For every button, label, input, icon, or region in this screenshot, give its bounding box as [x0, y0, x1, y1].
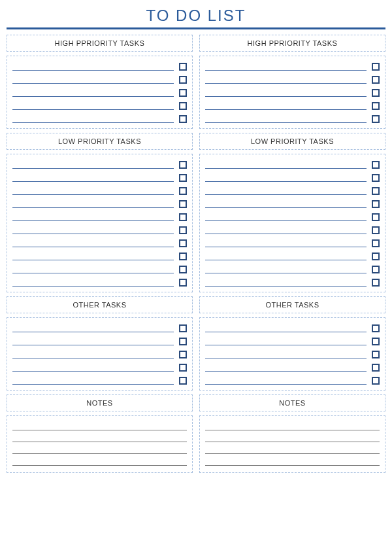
notes-body: [199, 415, 385, 473]
checkbox-icon[interactable]: [372, 174, 380, 182]
checkbox-icon[interactable]: [179, 226, 187, 234]
notes-line[interactable]: [12, 423, 187, 430]
checkbox-icon[interactable]: [179, 253, 187, 260]
task-line[interactable]: [205, 89, 367, 97]
task-row: [205, 213, 380, 221]
high-priority-body: [199, 56, 385, 129]
checkbox-icon[interactable]: [179, 377, 187, 385]
checkbox-icon[interactable]: [179, 174, 187, 182]
checkbox-icon[interactable]: [179, 187, 187, 195]
task-line[interactable]: [12, 253, 174, 260]
checkbox-icon[interactable]: [179, 364, 187, 372]
task-line[interactable]: [205, 351, 367, 358]
task-row: [12, 226, 187, 234]
task-line[interactable]: [205, 324, 367, 332]
task-line[interactable]: [205, 226, 367, 234]
task-line[interactable]: [205, 338, 367, 345]
high-priority-header: HIGH PPRIORITY TASKS: [7, 35, 193, 52]
task-line[interactable]: [205, 239, 367, 247]
checkbox-icon[interactable]: [179, 351, 187, 358]
task-line[interactable]: [12, 266, 174, 273]
task-line[interactable]: [205, 76, 367, 84]
task-row: [205, 226, 380, 234]
checkbox-icon[interactable]: [372, 253, 380, 260]
task-line[interactable]: [205, 364, 367, 372]
checkbox-icon[interactable]: [179, 279, 187, 287]
task-line[interactable]: [205, 63, 367, 71]
checkbox-icon[interactable]: [372, 115, 380, 123]
task-line[interactable]: [205, 279, 367, 287]
task-line[interactable]: [12, 338, 174, 345]
task-line[interactable]: [12, 76, 174, 84]
checkbox-icon[interactable]: [372, 324, 380, 332]
checkbox-icon[interactable]: [372, 279, 380, 287]
checkbox-icon[interactable]: [372, 76, 380, 84]
checkbox-icon[interactable]: [372, 239, 380, 247]
checkbox-icon[interactable]: [179, 63, 187, 71]
notes-line[interactable]: [12, 458, 187, 466]
checkbox-icon[interactable]: [179, 338, 187, 345]
checkbox-icon[interactable]: [372, 338, 380, 345]
task-line[interactable]: [12, 102, 174, 110]
task-line[interactable]: [12, 279, 174, 287]
task-line[interactable]: [205, 200, 367, 208]
task-line[interactable]: [205, 377, 367, 385]
notes-line[interactable]: [12, 434, 187, 442]
checkbox-icon[interactable]: [179, 76, 187, 84]
task-line[interactable]: [12, 364, 174, 372]
task-line[interactable]: [12, 174, 174, 182]
task-line[interactable]: [12, 351, 174, 358]
checkbox-icon[interactable]: [179, 324, 187, 332]
task-line[interactable]: [12, 226, 174, 234]
task-row: [12, 324, 187, 332]
task-line[interactable]: [12, 187, 174, 195]
task-line[interactable]: [12, 324, 174, 332]
checkbox-icon[interactable]: [179, 200, 187, 208]
checkbox-icon[interactable]: [372, 213, 380, 221]
task-line[interactable]: [205, 102, 367, 110]
checkbox-icon[interactable]: [179, 102, 187, 110]
task-line[interactable]: [12, 89, 174, 97]
checkbox-icon[interactable]: [372, 161, 380, 169]
checkbox-icon[interactable]: [372, 351, 380, 358]
notes-line[interactable]: [205, 446, 380, 454]
checkbox-icon[interactable]: [372, 187, 380, 195]
task-line[interactable]: [205, 161, 367, 169]
checkbox-icon[interactable]: [372, 89, 380, 97]
task-line[interactable]: [12, 115, 174, 123]
task-row: [12, 115, 187, 123]
task-line[interactable]: [205, 187, 367, 195]
task-line[interactable]: [12, 63, 174, 71]
task-line[interactable]: [12, 161, 174, 169]
task-line[interactable]: [205, 253, 367, 260]
checkbox-icon[interactable]: [179, 115, 187, 123]
checkbox-icon[interactable]: [179, 266, 187, 273]
checkbox-icon[interactable]: [179, 161, 187, 169]
notes-line[interactable]: [205, 423, 380, 430]
checkbox-icon[interactable]: [372, 226, 380, 234]
task-line[interactable]: [12, 200, 174, 208]
task-row: [12, 266, 187, 273]
notes-line[interactable]: [205, 434, 380, 442]
task-row: [205, 89, 380, 97]
checkbox-icon[interactable]: [179, 89, 187, 97]
task-row: [205, 102, 380, 110]
checkbox-icon[interactable]: [179, 239, 187, 247]
checkbox-icon[interactable]: [372, 377, 380, 385]
task-line[interactable]: [12, 213, 174, 221]
checkbox-icon[interactable]: [372, 63, 380, 71]
checkbox-icon[interactable]: [372, 266, 380, 273]
checkbox-icon[interactable]: [372, 364, 380, 372]
checkbox-icon[interactable]: [179, 213, 187, 221]
task-line[interactable]: [12, 239, 174, 247]
task-line[interactable]: [205, 115, 367, 123]
task-line[interactable]: [205, 213, 367, 221]
notes-line[interactable]: [12, 446, 187, 454]
task-line[interactable]: [12, 377, 174, 385]
checkbox-icon[interactable]: [372, 102, 380, 110]
checkbox-icon[interactable]: [372, 200, 380, 208]
task-line[interactable]: [205, 266, 367, 273]
task-line[interactable]: [205, 174, 367, 182]
notes-line[interactable]: [205, 458, 380, 466]
notes-header: NOTES: [7, 394, 193, 411]
